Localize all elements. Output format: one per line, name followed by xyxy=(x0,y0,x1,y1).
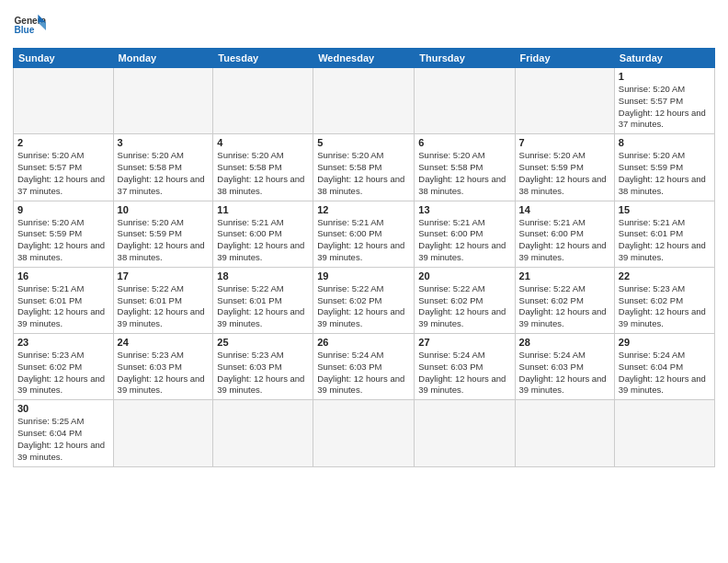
calendar-cell xyxy=(313,68,415,134)
day-number: 4 xyxy=(217,137,309,148)
calendar-cell xyxy=(213,400,313,466)
weekday-header-monday: Monday xyxy=(113,49,213,68)
week-row-1: 2Sunrise: 5:20 AM Sunset: 5:57 PM Daylig… xyxy=(14,134,715,201)
calendar-cell: 30Sunrise: 5:25 AM Sunset: 6:04 PM Dayli… xyxy=(14,400,114,466)
day-info: Sunrise: 5:20 AM Sunset: 5:58 PM Dayligh… xyxy=(118,150,210,197)
calendar: SundayMondayTuesdayWednesdayThursdayFrid… xyxy=(13,48,715,467)
day-number: 13 xyxy=(418,204,510,215)
day-info: Sunrise: 5:20 AM Sunset: 5:59 PM Dayligh… xyxy=(17,217,109,264)
calendar-cell: 28Sunrise: 5:24 AM Sunset: 6:03 PM Dayli… xyxy=(515,334,614,400)
calendar-cell: 15Sunrise: 5:21 AM Sunset: 6:01 PM Dayli… xyxy=(614,201,714,267)
day-number: 12 xyxy=(317,204,410,215)
day-number: 27 xyxy=(418,337,510,348)
calendar-cell xyxy=(313,400,415,466)
weekday-header-wednesday: Wednesday xyxy=(313,49,415,68)
calendar-cell xyxy=(14,68,114,134)
day-info: Sunrise: 5:22 AM Sunset: 6:01 PM Dayligh… xyxy=(118,283,210,330)
week-row-0: 1Sunrise: 5:20 AM Sunset: 5:57 PM Daylig… xyxy=(14,68,715,134)
weekday-header-row: SundayMondayTuesdayWednesdayThursdayFrid… xyxy=(14,49,715,68)
calendar-cell xyxy=(113,400,213,466)
weekday-header-saturday: Saturday xyxy=(614,49,714,68)
day-number: 17 xyxy=(118,270,210,282)
calendar-cell: 2Sunrise: 5:20 AM Sunset: 5:57 PM Daylig… xyxy=(14,134,114,201)
day-info: Sunrise: 5:21 AM Sunset: 6:00 PM Dayligh… xyxy=(519,217,610,264)
calendar-cell: 4Sunrise: 5:20 AM Sunset: 5:58 PM Daylig… xyxy=(213,134,313,201)
svg-marker-3 xyxy=(38,22,46,30)
day-info: Sunrise: 5:21 AM Sunset: 6:00 PM Dayligh… xyxy=(418,217,510,264)
calendar-cell: 19Sunrise: 5:22 AM Sunset: 6:02 PM Dayli… xyxy=(313,267,415,333)
day-info: Sunrise: 5:21 AM Sunset: 6:01 PM Dayligh… xyxy=(17,283,109,330)
weekday-header-tuesday: Tuesday xyxy=(213,49,313,68)
day-number: 10 xyxy=(118,204,210,215)
day-info: Sunrise: 5:23 AM Sunset: 6:02 PM Dayligh… xyxy=(619,283,711,330)
calendar-cell xyxy=(415,68,515,134)
week-row-3: 16Sunrise: 5:21 AM Sunset: 6:01 PM Dayli… xyxy=(14,267,715,333)
day-info: Sunrise: 5:20 AM Sunset: 5:58 PM Dayligh… xyxy=(317,150,410,197)
calendar-cell: 5Sunrise: 5:20 AM Sunset: 5:58 PM Daylig… xyxy=(313,134,415,201)
day-number: 16 xyxy=(17,270,109,282)
calendar-cell: 16Sunrise: 5:21 AM Sunset: 6:01 PM Dayli… xyxy=(14,267,114,333)
day-info: Sunrise: 5:21 AM Sunset: 6:00 PM Dayligh… xyxy=(317,217,410,264)
day-info: Sunrise: 5:20 AM Sunset: 5:57 PM Dayligh… xyxy=(619,84,711,131)
calendar-cell: 12Sunrise: 5:21 AM Sunset: 6:00 PM Dayli… xyxy=(313,201,415,267)
calendar-cell: 7Sunrise: 5:20 AM Sunset: 5:59 PM Daylig… xyxy=(515,134,614,201)
calendar-cell: 27Sunrise: 5:24 AM Sunset: 6:03 PM Dayli… xyxy=(415,334,515,400)
calendar-cell: 1Sunrise: 5:20 AM Sunset: 5:57 PM Daylig… xyxy=(614,68,714,134)
day-number: 22 xyxy=(619,270,711,282)
day-info: Sunrise: 5:24 AM Sunset: 6:04 PM Dayligh… xyxy=(619,350,711,396)
day-number: 14 xyxy=(519,204,610,215)
day-info: Sunrise: 5:22 AM Sunset: 6:02 PM Dayligh… xyxy=(317,283,410,330)
day-number: 21 xyxy=(519,270,610,282)
day-number: 26 xyxy=(317,337,410,348)
calendar-cell xyxy=(515,400,614,466)
day-number: 6 xyxy=(418,137,510,148)
week-row-2: 9Sunrise: 5:20 AM Sunset: 5:59 PM Daylig… xyxy=(14,201,715,267)
calendar-cell: 29Sunrise: 5:24 AM Sunset: 6:04 PM Dayli… xyxy=(614,334,714,400)
day-number: 19 xyxy=(317,270,410,282)
calendar-cell: 22Sunrise: 5:23 AM Sunset: 6:02 PM Dayli… xyxy=(614,267,714,333)
day-number: 9 xyxy=(17,204,109,215)
calendar-cell: 18Sunrise: 5:22 AM Sunset: 6:01 PM Dayli… xyxy=(213,267,313,333)
svg-text:Blue: Blue xyxy=(14,25,34,35)
day-number: 28 xyxy=(519,337,610,348)
calendar-cell: 17Sunrise: 5:22 AM Sunset: 6:01 PM Dayli… xyxy=(113,267,213,333)
calendar-cell: 25Sunrise: 5:23 AM Sunset: 6:03 PM Dayli… xyxy=(213,334,313,400)
weekday-header-friday: Friday xyxy=(515,49,614,68)
calendar-cell: 23Sunrise: 5:23 AM Sunset: 6:02 PM Dayli… xyxy=(14,334,114,400)
day-info: Sunrise: 5:20 AM Sunset: 5:58 PM Dayligh… xyxy=(418,150,510,197)
calendar-cell: 10Sunrise: 5:20 AM Sunset: 5:59 PM Dayli… xyxy=(113,201,213,267)
day-info: Sunrise: 5:23 AM Sunset: 6:03 PM Dayligh… xyxy=(217,350,309,396)
day-number: 11 xyxy=(217,204,309,215)
day-info: Sunrise: 5:20 AM Sunset: 5:59 PM Dayligh… xyxy=(519,150,610,197)
weekday-header-sunday: Sunday xyxy=(14,49,114,68)
calendar-cell: 14Sunrise: 5:21 AM Sunset: 6:00 PM Dayli… xyxy=(515,201,614,267)
day-info: Sunrise: 5:21 AM Sunset: 6:00 PM Dayligh… xyxy=(217,217,309,264)
day-info: Sunrise: 5:20 AM Sunset: 5:59 PM Dayligh… xyxy=(118,217,210,264)
day-number: 23 xyxy=(17,337,109,348)
day-info: Sunrise: 5:20 AM Sunset: 5:58 PM Dayligh… xyxy=(217,150,309,197)
day-number: 30 xyxy=(17,403,109,414)
day-info: Sunrise: 5:25 AM Sunset: 6:04 PM Dayligh… xyxy=(17,416,109,463)
day-info: Sunrise: 5:22 AM Sunset: 6:02 PM Dayligh… xyxy=(418,283,510,330)
day-number: 20 xyxy=(418,270,510,282)
calendar-cell xyxy=(415,400,515,466)
calendar-cell: 9Sunrise: 5:20 AM Sunset: 5:59 PM Daylig… xyxy=(14,201,114,267)
calendar-cell: 26Sunrise: 5:24 AM Sunset: 6:03 PM Dayli… xyxy=(313,334,415,400)
weekday-header-thursday: Thursday xyxy=(415,49,515,68)
day-number: 24 xyxy=(118,337,210,348)
calendar-cell xyxy=(614,400,714,466)
week-row-4: 23Sunrise: 5:23 AM Sunset: 6:02 PM Dayli… xyxy=(14,334,715,400)
day-info: Sunrise: 5:24 AM Sunset: 6:03 PM Dayligh… xyxy=(519,350,610,396)
calendar-cell xyxy=(213,68,313,134)
calendar-cell: 11Sunrise: 5:21 AM Sunset: 6:00 PM Dayli… xyxy=(213,201,313,267)
calendar-cell: 21Sunrise: 5:22 AM Sunset: 6:02 PM Dayli… xyxy=(515,267,614,333)
day-number: 8 xyxy=(619,137,711,148)
day-number: 29 xyxy=(619,337,711,348)
calendar-cell: 24Sunrise: 5:23 AM Sunset: 6:03 PM Dayli… xyxy=(113,334,213,400)
day-number: 2 xyxy=(17,137,109,148)
day-info: Sunrise: 5:24 AM Sunset: 6:03 PM Dayligh… xyxy=(418,350,510,396)
calendar-cell xyxy=(113,68,213,134)
calendar-cell: 6Sunrise: 5:20 AM Sunset: 5:58 PM Daylig… xyxy=(415,134,515,201)
calendar-cell xyxy=(515,68,614,134)
day-info: Sunrise: 5:24 AM Sunset: 6:03 PM Dayligh… xyxy=(317,350,410,396)
